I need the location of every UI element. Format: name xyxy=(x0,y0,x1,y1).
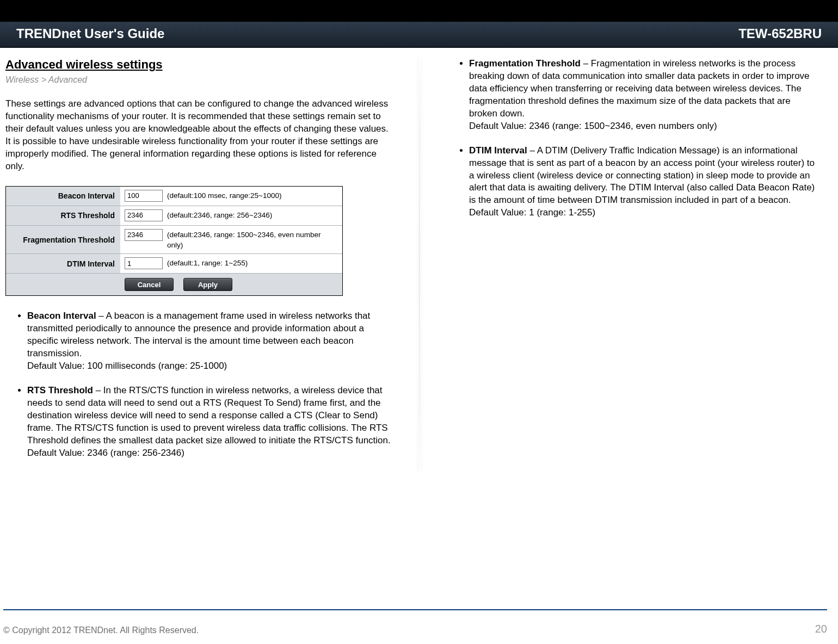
label-dtim-interval: DTIM Interval xyxy=(6,254,120,273)
row-rts-threshold: RTS Threshold (default:2346, range: 256~… xyxy=(6,206,342,226)
breadcrumb: Wireless > Advanced xyxy=(5,75,395,85)
bullet-beacon-interval: Beacon Interval – A beacon is a manageme… xyxy=(27,310,395,373)
row-fragmentation-threshold: Fragmentation Threshold (default:2346, r… xyxy=(6,226,342,255)
term-fragmentation-threshold: Fragmentation Threshold xyxy=(469,58,581,69)
doc-model: TEW-652BRU xyxy=(738,26,822,41)
cancel-button[interactable]: Cancel xyxy=(125,278,174,291)
doc-title: TRENDnet User's Guide xyxy=(16,26,164,41)
left-column: Advanced wireless settings Wireless > Ad… xyxy=(2,58,415,472)
term-dtim-interval: DTIM Interval xyxy=(469,145,527,156)
hint-fragmentation-threshold: (default:2346, range: 1500~2346, even nu… xyxy=(167,229,338,251)
input-fragmentation-threshold[interactable] xyxy=(125,229,163,241)
input-dtim-interval[interactable] xyxy=(125,257,163,269)
default-rts-threshold: Default Value: 2346 (range: 256-2346) xyxy=(27,447,393,460)
left-bullets: Beacon Interval – A beacon is a manageme… xyxy=(5,310,395,459)
copyright: © Copyright 2012 TRENDnet. All Rights Re… xyxy=(3,626,199,635)
label-beacon-interval: Beacon Interval xyxy=(6,187,120,206)
settings-panel: Beacon Interval (default:100 msec, range… xyxy=(5,186,343,296)
term-rts-threshold: RTS Threshold xyxy=(27,385,93,395)
bullet-fragmentation-threshold: Fragmentation Threshold – Fragmentation … xyxy=(469,58,822,133)
footer: © Copyright 2012 TRENDnet. All Rights Re… xyxy=(3,623,827,635)
label-fragmentation-threshold: Fragmentation Threshold xyxy=(6,226,120,254)
bullet-rts-threshold: RTS Threshold – In the RTS/CTS function … xyxy=(27,385,395,460)
default-dtim-interval: Default Value: 1 (range: 1-255) xyxy=(469,207,819,219)
row-dtim-interval: DTIM Interval (default:1, range: 1~255) xyxy=(6,254,342,274)
hint-beacon-interval: (default:100 msec, range:25~1000) xyxy=(167,190,282,201)
input-rts-threshold[interactable] xyxy=(125,209,163,221)
label-rts-threshold: RTS Threshold xyxy=(6,206,120,225)
right-bullets: Fragmentation Threshold – Fragmentation … xyxy=(447,58,822,219)
row-beacon-interval: Beacon Interval (default:100 msec, range… xyxy=(6,187,342,206)
term-beacon-interval: Beacon Interval xyxy=(27,311,96,321)
window-top-border xyxy=(0,0,838,22)
footer-rule xyxy=(3,609,827,610)
default-beacon-interval: Default Value: 100 milliseconds (range: … xyxy=(27,360,393,373)
default-fragmentation-threshold: Default Value: 2346 (range: 1500~2346, e… xyxy=(469,120,819,133)
section-title: Advanced wireless settings xyxy=(5,58,395,72)
input-beacon-interval[interactable] xyxy=(125,190,163,202)
right-column: Fragmentation Threshold – Fragmentation … xyxy=(415,58,827,472)
page-number: 20 xyxy=(815,623,827,635)
apply-button[interactable]: Apply xyxy=(183,278,232,291)
intro-paragraph: These settings are advanced options that… xyxy=(5,98,395,173)
row-buttons: Cancel Apply xyxy=(6,274,342,295)
hint-dtim-interval: (default:1, range: 1~255) xyxy=(167,257,248,269)
hint-rts-threshold: (default:2346, range: 256~2346) xyxy=(167,209,272,221)
doc-header: TRENDnet User's Guide TEW-652BRU xyxy=(0,22,838,48)
bullet-dtim-interval: DTIM Interval – A DTIM (Delivery Traffic… xyxy=(469,145,822,220)
